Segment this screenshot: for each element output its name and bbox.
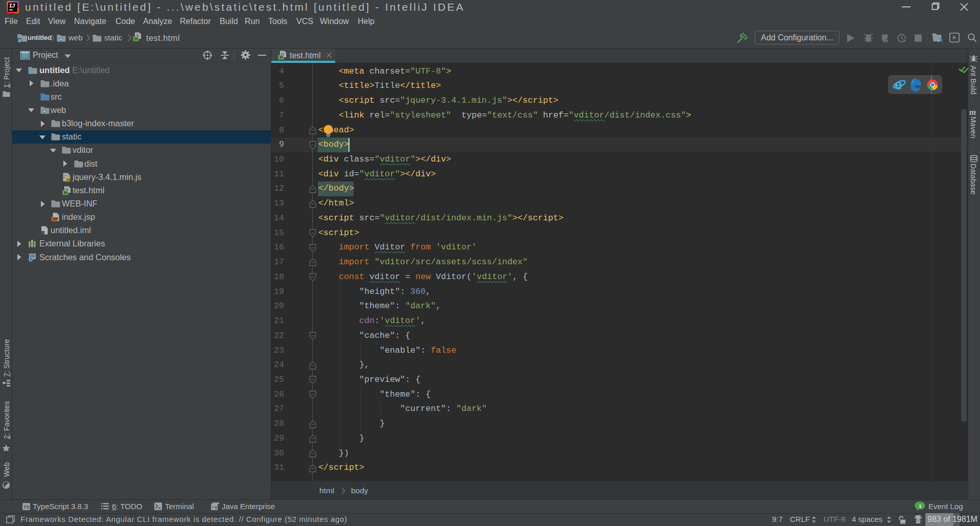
svg-text:TS: TS xyxy=(24,505,30,510)
svg-text:JS: JS xyxy=(66,177,71,181)
svg-text:H: H xyxy=(64,190,67,195)
svg-text:1: 1 xyxy=(919,503,922,509)
svg-text:H: H xyxy=(279,55,283,60)
svg-text:H: H xyxy=(134,36,137,41)
svg-text:JSP: JSP xyxy=(52,217,58,221)
svg-text:0: 0 xyxy=(63,176,65,180)
svg-text:EE: EE xyxy=(213,507,216,510)
